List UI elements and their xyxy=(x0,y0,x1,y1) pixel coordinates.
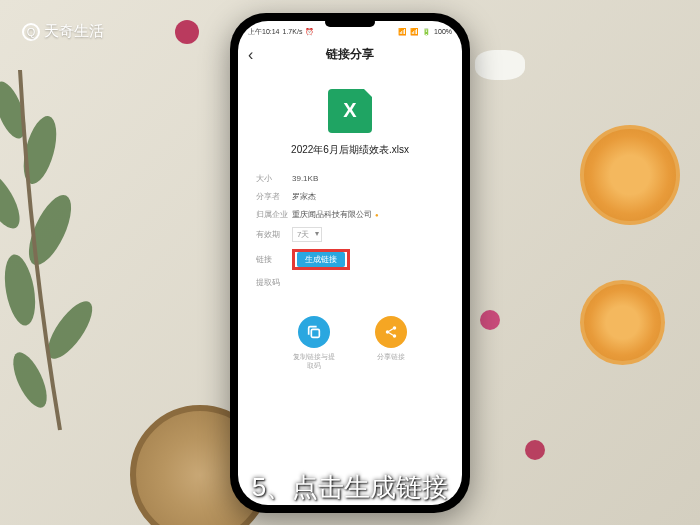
extract-label: 提取码 xyxy=(256,277,292,288)
copy-link-action[interactable]: 复制链接与提 取码 xyxy=(293,316,335,370)
back-icon[interactable]: ‹ xyxy=(248,46,253,64)
svg-point-8 xyxy=(393,326,397,330)
meta-link: 链接 生成链接 xyxy=(256,249,444,270)
share-icon xyxy=(375,316,407,348)
generate-link-button[interactable]: 生成链接 xyxy=(297,252,345,267)
phone-notch xyxy=(325,17,375,27)
svg-rect-7 xyxy=(311,329,319,337)
svg-point-10 xyxy=(393,334,397,338)
svg-point-0 xyxy=(0,78,32,143)
svg-point-4 xyxy=(0,252,40,328)
file-type-icon: X xyxy=(328,89,372,133)
bg-flower-4 xyxy=(175,20,199,44)
step-caption: 5、点击生成链接 xyxy=(252,470,448,505)
sharer-label: 分享者 xyxy=(256,191,292,202)
page-title: 链接分享 xyxy=(326,46,374,63)
alarm-icon: ⏰ xyxy=(305,28,314,36)
meta-org: 归属企业 重庆闻品科技有限公司 xyxy=(256,209,444,220)
expire-label: 有效期 xyxy=(256,229,292,240)
highlight-box: 生成链接 xyxy=(292,249,350,270)
content-area: X 2022年6月后期绩效表.xlsx 大小 39.1KB 分享者 罗家杰 归属… xyxy=(238,69,462,370)
bg-flower-3 xyxy=(475,50,525,80)
bg-orange-1 xyxy=(580,125,680,225)
size-value: 39.1KB xyxy=(292,174,318,183)
sharer-value: 罗家杰 xyxy=(292,191,316,202)
org-value: 重庆闻品科技有限公司 xyxy=(292,209,379,220)
status-battery: 100% xyxy=(434,28,452,35)
meta-extract: 提取码 xyxy=(256,277,444,288)
status-time: 上午10:14 xyxy=(248,27,280,37)
status-speed: 1.7K/s xyxy=(283,28,303,35)
meta-sharer: 分享者 罗家杰 xyxy=(256,191,444,202)
expire-dropdown[interactable]: 7天 xyxy=(292,227,322,242)
meta-size: 大小 39.1KB xyxy=(256,173,444,184)
watermark: Q 天奇生活 xyxy=(22,22,104,41)
phone-frame: 上午10:14 1.7K/s ⏰ 📶 📶 🔋 100% ‹ 链接分享 X 202… xyxy=(230,13,470,513)
bg-orange-2 xyxy=(580,280,665,365)
svg-point-3 xyxy=(20,189,79,271)
signal-icon: 📶 xyxy=(398,28,407,36)
svg-point-6 xyxy=(6,348,53,413)
bg-leaves xyxy=(0,50,170,450)
copy-icon xyxy=(298,316,330,348)
meta-expire: 有效期 7天 xyxy=(256,227,444,242)
share-link-action[interactable]: 分享链接 xyxy=(375,316,407,370)
copy-label: 复制链接与提 取码 xyxy=(293,352,335,370)
wifi-icon: 📶 xyxy=(410,28,419,36)
share-label: 分享链接 xyxy=(377,352,405,361)
svg-point-1 xyxy=(17,113,62,188)
watermark-text: 天奇生活 xyxy=(44,22,104,41)
size-label: 大小 xyxy=(256,173,292,184)
action-row: 复制链接与提 取码 分享链接 xyxy=(256,316,444,370)
file-name: 2022年6月后期绩效表.xlsx xyxy=(256,143,444,157)
bg-flower-1 xyxy=(480,310,500,330)
watermark-icon: Q xyxy=(22,23,40,41)
svg-point-5 xyxy=(40,295,100,366)
org-label: 归属企业 xyxy=(256,209,292,220)
phone-screen: 上午10:14 1.7K/s ⏰ 📶 📶 🔋 100% ‹ 链接分享 X 202… xyxy=(238,21,462,505)
nav-bar: ‹ 链接分享 xyxy=(238,41,462,69)
link-label: 链接 xyxy=(256,254,292,265)
svg-point-9 xyxy=(386,330,390,334)
excel-icon-letter: X xyxy=(343,99,356,122)
bg-flower-2 xyxy=(525,440,545,460)
svg-point-2 xyxy=(0,166,27,234)
battery-icon: 🔋 xyxy=(422,28,431,36)
